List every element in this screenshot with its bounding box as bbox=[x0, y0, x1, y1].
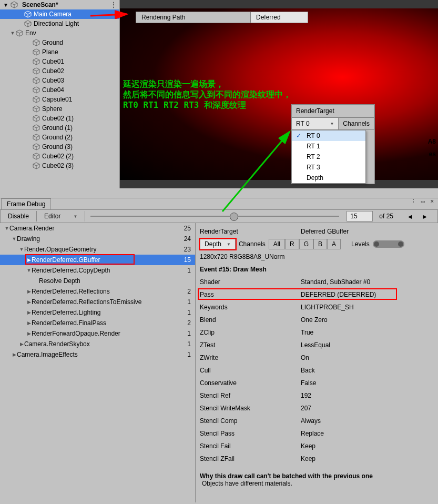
frame-tree-row[interactable]: ▶RenderDeferred.FinalPass2 bbox=[0, 318, 195, 328]
hierarchy-item-label: Cube03 bbox=[42, 77, 64, 84]
detail-key: Shader bbox=[200, 278, 301, 286]
hierarchy-item[interactable]: Cube02 (2) bbox=[0, 152, 119, 161]
frame-tree-row[interactable]: ▶RenderDeferred.ReflectionsToEmissive1 bbox=[0, 297, 195, 307]
frame-tree-count: 2 bbox=[175, 288, 191, 295]
frame-tree-label: Drawing bbox=[17, 235, 175, 243]
detail-key: ZTest bbox=[200, 341, 301, 349]
hierarchy-item[interactable]: Ground bbox=[0, 38, 119, 47]
format-text: 1280x720 R8G8B8A8_UNorm bbox=[200, 253, 284, 260]
frame-tree-label: RenderDeferred.GBuffer bbox=[32, 256, 175, 264]
detail-value: Standard, SubShader #0 bbox=[301, 278, 434, 286]
hierarchy-item[interactable]: Cube02 (3) bbox=[0, 161, 119, 170]
panel-close-icon[interactable]: ✕ bbox=[429, 198, 436, 205]
editor-dropdown[interactable]: Editor ▼ bbox=[37, 211, 85, 221]
hierarchy-item[interactable]: Cube03 bbox=[0, 76, 119, 85]
frame-tree-row[interactable]: Resolve Depth bbox=[0, 276, 195, 286]
gameobject-icon bbox=[33, 96, 40, 103]
frame-tree-row[interactable]: ▼RenderDeferred.CopyDepth1 bbox=[0, 265, 195, 276]
rendering-path-value[interactable]: Deferred bbox=[250, 12, 308, 23]
hierarchy-item[interactable]: Plane bbox=[0, 47, 119, 57]
frame-debug-tree: ▼Camera.Render25▼Drawing24▼Render.Opaque… bbox=[0, 223, 196, 502]
hierarchy-item[interactable]: Ground (2) bbox=[0, 133, 119, 142]
frame-tree-row[interactable]: ▶RenderDeferred.Lighting1 bbox=[0, 307, 195, 318]
frame-tree-row[interactable]: ▶Camera.ImageEffects1 bbox=[0, 349, 195, 360]
frame-tree-row[interactable]: ▶RenderDeferred.GBuffer15 bbox=[0, 255, 195, 265]
foldout-icon: ▼ bbox=[9, 31, 16, 36]
channel-button[interactable]: R bbox=[285, 239, 299, 249]
frame-tree-label: Camera.Render bbox=[9, 225, 175, 232]
hierarchy-item[interactable]: Ground (3) bbox=[0, 142, 119, 152]
frame-tree-row[interactable]: ▶RenderDeferred.Reflections2 bbox=[0, 286, 195, 297]
hierarchy-title: SceneScan* bbox=[22, 1, 58, 8]
frame-number-input[interactable]: 15 bbox=[347, 211, 373, 221]
rt-dropdown-item[interactable]: RT 2 bbox=[292, 152, 365, 162]
foldout-icon: ▼ bbox=[12, 236, 17, 241]
rt-dropdown-item[interactable]: RT 1 bbox=[292, 141, 365, 152]
panel-menu-icon[interactable]: ⋮ bbox=[410, 198, 417, 205]
hierarchy-tab[interactable]: ▼ SceneScan* ⋮ bbox=[0, 0, 119, 9]
frame-slider[interactable] bbox=[85, 216, 344, 217]
detail-value: On bbox=[301, 354, 434, 361]
foldout-icon: ▶ bbox=[26, 310, 32, 315]
panel-window-controls: ⋮ ▭ ✕ bbox=[410, 198, 436, 205]
hierarchy-item-label: Ground (3) bbox=[42, 143, 73, 150]
frame-debug-tab[interactable]: Frame Debug bbox=[1, 198, 51, 209]
gameobject-icon bbox=[33, 58, 40, 65]
gameobject-icon bbox=[24, 20, 32, 27]
frame-tree-label: Camera.ImageEffects bbox=[17, 351, 175, 358]
detail-key: Blend bbox=[200, 316, 301, 324]
hierarchy-item[interactable]: Sphere bbox=[0, 104, 119, 114]
hierarchy-item[interactable]: Cube01 bbox=[0, 57, 119, 66]
frame-tree-row[interactable]: ▼Render.OpaqueGeometry23 bbox=[0, 244, 195, 255]
gameobject-icon bbox=[33, 162, 40, 169]
hierarchy-item[interactable]: Cube02 (1) bbox=[0, 114, 119, 123]
hierarchy-item[interactable]: Ground (1) bbox=[0, 123, 119, 133]
frame-tree-count: 15 bbox=[175, 256, 191, 264]
rt-dropdown-item[interactable]: RT 3 bbox=[292, 162, 365, 173]
hierarchy-item[interactable]: Capsule01 bbox=[0, 95, 119, 104]
tab-menu-icon[interactable]: ⋮ bbox=[110, 1, 116, 8]
panel-maximize-icon[interactable]: ▭ bbox=[419, 198, 426, 205]
frame-tree-count: 1 bbox=[175, 298, 191, 306]
rt-dropdown-list: RT 0RT 1RT 2RT 3Depth bbox=[291, 130, 366, 184]
frame-tree-row[interactable]: ▶RenderForwardOpaque.Render1 bbox=[0, 328, 195, 339]
foldout-icon: ▶ bbox=[26, 257, 32, 263]
channel-button[interactable]: A bbox=[327, 239, 341, 249]
hierarchy-item-label: Main Camera bbox=[34, 11, 72, 18]
next-frame-button[interactable]: ▶ bbox=[423, 214, 427, 219]
svg-line-36 bbox=[90, 14, 127, 16]
levels-slider[interactable] bbox=[373, 240, 404, 248]
detail-value: DEFERRED (DEFERRED) bbox=[301, 291, 434, 298]
hierarchy-item[interactable]: ▼Env bbox=[0, 28, 119, 38]
channel-button[interactable]: All bbox=[269, 239, 285, 249]
detail-value: Back bbox=[301, 367, 434, 374]
hierarchy-item[interactable]: Cube02 bbox=[0, 66, 119, 76]
hierarchy-item[interactable]: Cube04 bbox=[0, 85, 119, 95]
depth-dropdown[interactable]: Depth ▼ bbox=[200, 239, 236, 249]
rt-dropdown-item[interactable]: Depth bbox=[292, 173, 365, 183]
rt-dropdown-item[interactable]: RT 0 bbox=[292, 130, 365, 141]
detail-value: LessEqual bbox=[301, 341, 434, 349]
hierarchy-item[interactable]: Directional Light bbox=[0, 19, 119, 28]
gameobject-icon bbox=[24, 11, 32, 18]
hierarchy-item-label: Ground (2) bbox=[42, 134, 73, 141]
frame-debug-panel: Frame Debug Disable Editor ▼ 15 of 25 ◀ … bbox=[0, 198, 438, 504]
foldout-icon: ▶ bbox=[19, 341, 24, 347]
levels-label: Levels bbox=[351, 240, 370, 248]
disable-button[interactable]: Disable bbox=[1, 211, 37, 221]
detail-value: One Zero bbox=[301, 316, 434, 324]
channel-button[interactable]: B bbox=[313, 239, 327, 249]
gameobject-icon bbox=[33, 105, 40, 113]
foldout-icon: ▼ bbox=[19, 247, 24, 252]
gameobject-icon bbox=[33, 67, 40, 75]
frame-tree-row[interactable]: ▶Camera.RenderSkybox1 bbox=[0, 339, 195, 349]
channel-button[interactable]: G bbox=[299, 239, 313, 249]
frame-tree-row[interactable]: ▼Camera.Render25 bbox=[0, 223, 195, 234]
rendering-path-property: Rendering Path Deferred bbox=[136, 12, 308, 23]
prev-frame-button[interactable]: ◀ bbox=[408, 214, 412, 219]
gameobject-icon bbox=[33, 153, 40, 160]
frame-tree-row[interactable]: ▼Drawing24 bbox=[0, 234, 195, 244]
detail-key: Stencil WriteMask bbox=[200, 405, 301, 412]
rt-select-dropdown[interactable]: RT 0 ▼ bbox=[291, 117, 339, 130]
foldout-icon: ▼ bbox=[4, 226, 9, 231]
